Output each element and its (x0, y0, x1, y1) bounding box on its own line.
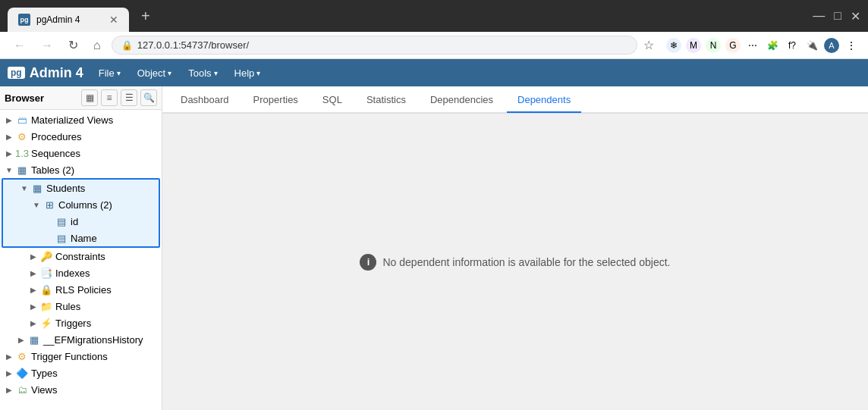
menu-object[interactable]: Object▾ (130, 64, 180, 82)
tree-item-procedures[interactable]: ▶⚙Procedures (0, 128, 162, 145)
tab-statistics[interactable]: Statistics (356, 88, 417, 113)
node-icon-constraints: 🔑 (39, 249, 53, 263)
url-box[interactable]: 🔒 127.0.0.1:54737/browser/ (112, 36, 637, 55)
node-icon-views: 🗂 (15, 383, 29, 396)
menu-arrow-icon: ▾ (256, 69, 260, 77)
browser-extension-icons: ❄ M N G ⋯ 🧩 f? 🔌 A ⋮ (666, 38, 859, 53)
ext-icon-3[interactable]: N (706, 38, 721, 53)
menu-help[interactable]: Help▾ (227, 64, 269, 82)
ext-icon-5[interactable]: ⋯ (745, 38, 760, 53)
tab-dashboard[interactable]: Dashboard (170, 88, 240, 113)
close-button[interactable]: ✕ (851, 9, 860, 23)
menu-file[interactable]: File▾ (91, 64, 128, 82)
ext-icon-7[interactable]: f? (785, 38, 800, 53)
expand-icon-mat-views[interactable]: ▶ (3, 114, 15, 126)
tree-item-rls[interactable]: ▶🔒RLS Policies (0, 281, 162, 298)
back-button[interactable]: ← (9, 37, 30, 54)
tree-item-students[interactable]: ▼▦Students (3, 180, 159, 196)
node-icon-columns: ⊞ (42, 198, 56, 211)
menu-label: File (99, 67, 115, 79)
tree-item-constraints[interactable]: ▶🔑Constraints (0, 248, 162, 264)
node-label-types: Types (31, 368, 58, 379)
tree-item-indexes[interactable]: ▶📑Indexes (0, 264, 162, 281)
tree-item-columns[interactable]: ▼⊞Columns (2) (3, 196, 159, 213)
menu-label: Object (137, 67, 166, 79)
expand-icon-rules[interactable]: ▶ (27, 300, 39, 312)
home-button[interactable]: ⌂ (89, 37, 105, 54)
list-view-button[interactable]: ≡ (101, 89, 118, 106)
tab-properties[interactable]: Properties (243, 88, 309, 113)
app-header: pg Admin 4 File▾Object▾Tools▾Help▾ (0, 59, 868, 86)
info-message: i No dependent information is available … (360, 254, 670, 271)
node-icon-id-col: ▤ (55, 214, 68, 228)
grid-view-button[interactable]: ▦ (81, 89, 98, 106)
menu-tools[interactable]: Tools▾ (181, 64, 225, 82)
expand-icon-ef-migrations[interactable]: ▶ (15, 333, 27, 346)
menu-bar: File▾Object▾Tools▾Help▾ (91, 64, 269, 82)
main-layout: Browser ▦ ≡ ☰ 🔍 ▶🗃Materialized Views▶⚙Pr… (0, 86, 868, 410)
node-label-columns: Columns (2) (58, 199, 112, 211)
node-label-students: Students (46, 183, 85, 194)
browser-title: Browser (5, 92, 78, 104)
new-tab-button[interactable]: + (135, 8, 156, 25)
node-icon-rls: 🔒 (39, 283, 53, 296)
tree-item-id-col[interactable]: ▤id (3, 213, 159, 230)
expand-icon-students[interactable]: ▼ (18, 182, 30, 194)
tree-item-tables[interactable]: ▼▦Tables (2) (0, 161, 162, 178)
expand-icon-indexes[interactable]: ▶ (27, 267, 39, 279)
expand-icon-columns[interactable]: ▼ (30, 199, 42, 211)
user-avatar[interactable]: A (824, 38, 839, 53)
node-label-id-col: id (71, 216, 78, 227)
tree-item-views[interactable]: ▶🗂Views (0, 381, 162, 398)
tree-item-trigger-funcs[interactable]: ▶⚙Trigger Functions (0, 348, 162, 365)
tab-favicon: pg (18, 14, 30, 26)
tree-item-mat-views[interactable]: ▶🗃Materialized Views (0, 111, 162, 128)
tab-dependents[interactable]: Dependents (507, 88, 581, 113)
expand-icon-constraints[interactable]: ▶ (27, 250, 39, 262)
maximize-button[interactable]: □ (834, 9, 841, 23)
reload-button[interactable]: ↻ (64, 36, 83, 54)
tree-item-rules[interactable]: ▶📁Rules (0, 298, 162, 315)
details-view-button[interactable]: ☰ (121, 89, 137, 106)
expand-icon-sequences[interactable]: ▶ (3, 147, 15, 159)
tab-dependencies[interactable]: Dependencies (420, 88, 504, 113)
logo-text: Admin 4 (30, 65, 83, 81)
node-icon-rules: 📁 (39, 299, 53, 313)
tree-item-name-col[interactable]: ▤Name (3, 230, 159, 246)
node-icon-name-col: ▤ (55, 231, 68, 245)
expand-icon-name-col[interactable] (42, 232, 55, 244)
node-icon-ef-migrations: ▦ (27, 333, 41, 346)
expand-icon-views[interactable]: ▶ (3, 383, 15, 396)
expand-icon-rls[interactable]: ▶ (27, 283, 39, 296)
tree-item-sequences[interactable]: ▶1.3Sequences (0, 145, 162, 161)
node-icon-types: 🔷 (15, 366, 29, 380)
expand-icon-types[interactable]: ▶ (3, 367, 15, 379)
ext-icon-6[interactable]: 🧩 (765, 38, 780, 53)
expand-icon-triggers[interactable]: ▶ (27, 317, 39, 329)
expand-icon-id-col[interactable] (42, 215, 55, 227)
search-button[interactable]: 🔍 (140, 89, 157, 106)
browser-tab[interactable]: pg pgAdmin 4 ✕ (8, 8, 129, 32)
minimize-button[interactable]: — (813, 9, 825, 23)
tab-sql[interactable]: SQL (312, 88, 353, 113)
ext-icon-8[interactable]: 🔌 (804, 38, 819, 53)
expand-icon-tables[interactable]: ▼ (3, 164, 15, 176)
node-label-procedures: Procedures (31, 131, 81, 142)
tree-item-triggers[interactable]: ▶⚡Triggers (0, 315, 162, 331)
expand-icon-trigger-funcs[interactable]: ▶ (3, 350, 15, 362)
tree-item-types[interactable]: ▶🔷Types (0, 365, 162, 381)
expand-icon-procedures[interactable]: ▶ (3, 130, 15, 142)
tree-item-ef-migrations[interactable]: ▶▦__EFMigrationsHistory (0, 331, 162, 348)
browser-tabs: pg pgAdmin 4 ✕ (8, 0, 129, 32)
bookmark-icon[interactable]: ☆ (643, 38, 654, 52)
ext-icon-4[interactable]: G (725, 38, 741, 53)
menu-label: Help (234, 67, 255, 79)
tab-close-button[interactable]: ✕ (109, 14, 118, 26)
node-icon-sequences: 1.3 (15, 146, 29, 160)
forward-button[interactable]: → (36, 37, 58, 54)
ext-icon-1[interactable]: ❄ (666, 38, 681, 53)
menu-dots[interactable]: ⋮ (844, 38, 859, 53)
content-body: i No dependent information is available … (162, 114, 868, 410)
tabs-bar: DashboardPropertiesSQLStatisticsDependen… (162, 86, 868, 114)
ext-icon-2[interactable]: M (686, 38, 701, 53)
